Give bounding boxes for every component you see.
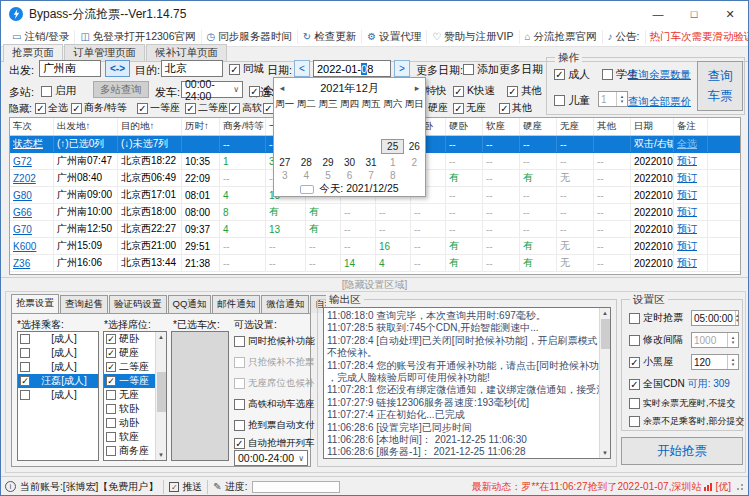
menu-item-[interactable]: ♪公告: bbox=[603, 30, 646, 44]
menu-item-[interactable]: ⚙设置代理 bbox=[362, 30, 427, 44]
column-header[interactable]: 车次 bbox=[10, 118, 54, 135]
close-button[interactable]: ✕ bbox=[712, 1, 748, 27]
book-link[interactable]: 预订 bbox=[677, 205, 697, 219]
menu-item-[interactable]: ◷同步服务器时间 bbox=[202, 30, 298, 44]
checkbox-icon[interactable] bbox=[20, 362, 30, 372]
checkbox-icon[interactable]: ✓ bbox=[499, 103, 510, 114]
menu-item-12306[interactable]: ◫免登录打开12306官网 bbox=[75, 30, 201, 44]
start-grab-button[interactable]: 开始抢票 bbox=[621, 437, 743, 465]
setting-checkbox-实时余票无座时,不提交[interactable]: 实时余票无座时,不提交 bbox=[629, 397, 736, 410]
next-date-button[interactable]: > bbox=[394, 60, 410, 77]
checkbox-icon[interactable]: ✓ bbox=[20, 376, 30, 386]
book-link[interactable]: 预订 bbox=[677, 256, 697, 270]
scroll-down-icon[interactable]: ▼ bbox=[600, 448, 610, 458]
book-link[interactable]: 预订 bbox=[677, 154, 697, 168]
menu-item-[interactable]: ↻检查更新 bbox=[298, 30, 362, 44]
column-header[interactable]: 硬座 bbox=[520, 118, 557, 135]
date-input[interactable]: 2022-01-08 bbox=[313, 60, 391, 77]
train-link-Z36[interactable]: Z36 bbox=[13, 258, 30, 269]
setting-stepper-修改间隔[interactable]: 1000▴▾ bbox=[691, 332, 739, 348]
train-link-G66[interactable]: G66 bbox=[13, 207, 32, 218]
book-link[interactable]: 预订 bbox=[677, 171, 697, 185]
checkbox-icon[interactable]: ✓ bbox=[71, 103, 82, 114]
checkbox-icon[interactable]: ✓ bbox=[629, 357, 640, 368]
train-link-G80[interactable]: G80 bbox=[13, 190, 32, 201]
checkbox-icon[interactable] bbox=[629, 313, 640, 324]
filter-checkbox-其他[interactable]: ✓其他 bbox=[507, 84, 542, 98]
output-log[interactable]: 11:08:18:0 查询完毕，本次查询共用时:697毫秒。11:07:28:5… bbox=[323, 307, 611, 459]
hide-checkbox-无座[interactable]: ✓无座 bbox=[453, 101, 486, 115]
checkbox-icon[interactable] bbox=[20, 390, 30, 400]
checkbox-icon[interactable] bbox=[106, 446, 116, 456]
checkbox-icon[interactable] bbox=[234, 357, 245, 368]
hide-checkbox-其他[interactable]: ✓其他 bbox=[499, 101, 532, 115]
settings-tab-微信通知[interactable]: 微信通知 bbox=[261, 295, 309, 313]
same-city-box[interactable]: ✓ bbox=[229, 64, 240, 75]
list-item-[成人][interactable]: [成人] bbox=[18, 388, 98, 402]
column-header[interactable]: 出发地↑ bbox=[54, 118, 118, 135]
checkbox-icon[interactable]: ✓ bbox=[453, 86, 464, 97]
hidden-settings-divider[interactable]: [隐藏设置区域] bbox=[1, 277, 748, 291]
column-header[interactable]: 日期 bbox=[631, 118, 674, 135]
adult-checkbox[interactable]: ✓成人 bbox=[554, 67, 590, 82]
calendar-day[interactable]: 3 bbox=[274, 169, 296, 182]
calendar-day[interactable]: 6 bbox=[339, 169, 361, 182]
train-link-G70[interactable]: G70 bbox=[13, 224, 32, 235]
column-header[interactable]: 历时↑ bbox=[182, 118, 220, 135]
menu-item-[interactable]: ▭注销/登录 bbox=[7, 30, 75, 44]
checkbox-icon[interactable]: ✓ bbox=[106, 376, 116, 386]
optional-checkbox-同时抢候补功能[interactable]: 同时抢候补功能 bbox=[234, 335, 315, 348]
setting-stepper-小黑屋[interactable]: 120▴▾ bbox=[691, 354, 739, 370]
spinner-arrows-icon[interactable]: ▴▾ bbox=[727, 355, 738, 369]
optional-checkbox-抢到票自动支付[interactable]: 抢到票自动支付 bbox=[234, 419, 315, 432]
child-count-stepper[interactable]: 1▴▾ bbox=[598, 91, 628, 107]
query-tickets-button[interactable]: 查询车票 bbox=[697, 61, 743, 111]
setting-checkbox-全国CDN[interactable]: ✓全国CDN bbox=[629, 377, 685, 391]
checkbox-icon[interactable]: ✓ bbox=[629, 379, 640, 390]
optional-checkbox-高铁和动车选座[interactable]: 高铁和动车选座 bbox=[234, 398, 315, 411]
train-link-K600[interactable]: K600 bbox=[13, 241, 36, 252]
list-item-[成人][interactable]: [成人] bbox=[18, 346, 98, 360]
scrollbar-thumb[interactable] bbox=[601, 319, 610, 349]
dest-input[interactable]: 北京 bbox=[161, 60, 223, 77]
list-item-[成人][interactable]: [成人] bbox=[18, 360, 98, 374]
settings-tab-验证码设置[interactable]: 验证码设置 bbox=[109, 295, 167, 313]
checkbox-icon[interactable] bbox=[20, 348, 30, 358]
calendar-day[interactable]: 5 bbox=[317, 169, 339, 182]
checkbox-icon[interactable] bbox=[106, 460, 116, 461]
train-link-G72[interactable]: G72 bbox=[13, 156, 32, 167]
checkbox-icon[interactable] bbox=[106, 390, 116, 400]
setting-checkbox-余票不足乘客时,部分提交[interactable]: 余票不足乘客时,部分提交 bbox=[629, 415, 745, 428]
checkbox-icon[interactable]: ✓ bbox=[234, 438, 245, 449]
settings-tab-查询起售[interactable]: 查询起售 bbox=[60, 295, 108, 313]
calendar-day[interactable]: 29 bbox=[317, 156, 339, 169]
checkbox-icon[interactable]: ✓ bbox=[229, 103, 240, 114]
spinner-arrows-icon[interactable]: ▴▾ bbox=[616, 92, 627, 106]
column-header[interactable]: 商务/特等 bbox=[220, 118, 266, 135]
column-header[interactable]: 无座 bbox=[557, 118, 594, 135]
checkbox-icon[interactable]: ✓ bbox=[249, 86, 260, 97]
checkbox-icon[interactable] bbox=[234, 420, 245, 431]
resize-grip[interactable] bbox=[735, 482, 744, 491]
calendar-day[interactable]: 31 bbox=[360, 156, 382, 169]
child-checkbox[interactable]: 儿童 bbox=[554, 93, 590, 108]
settings-tab-抢票设置[interactable]: 抢票设置 bbox=[11, 294, 59, 313]
checkbox-icon[interactable]: ✓ bbox=[137, 103, 148, 114]
scrollbar-thumb[interactable] bbox=[157, 372, 166, 412]
enable-checkbox[interactable]: 启用 bbox=[41, 84, 76, 98]
minimize-button[interactable]: — bbox=[640, 1, 676, 27]
checkbox-icon[interactable] bbox=[106, 404, 116, 414]
table-row[interactable]: Z36广州16:06北京西13:4421:38------144--有--有无-… bbox=[10, 255, 740, 272]
depart-input[interactable]: 广州南 bbox=[39, 60, 101, 77]
calendar-day[interactable]: 28 bbox=[296, 156, 318, 169]
calendar-prev-icon[interactable]: ◂ bbox=[274, 83, 290, 93]
list-item-[成人][interactable]: [成人] bbox=[18, 332, 98, 346]
checkbox-icon[interactable] bbox=[629, 398, 640, 409]
calendar-day[interactable]: 4 bbox=[296, 169, 318, 182]
menu-item-VIP[interactable]: ♡赞助与注册VIP bbox=[427, 30, 519, 44]
optional-checkbox-无座席位也候补[interactable]: 无座席位也候补 bbox=[234, 377, 315, 390]
checkbox-icon[interactable] bbox=[106, 432, 116, 442]
hide-checkbox-商务/特等[interactable]: ✓商务/特等 bbox=[71, 101, 127, 115]
column-header[interactable]: 目的地↑ bbox=[118, 118, 182, 135]
checkbox-icon[interactable]: ✓ bbox=[453, 103, 464, 114]
